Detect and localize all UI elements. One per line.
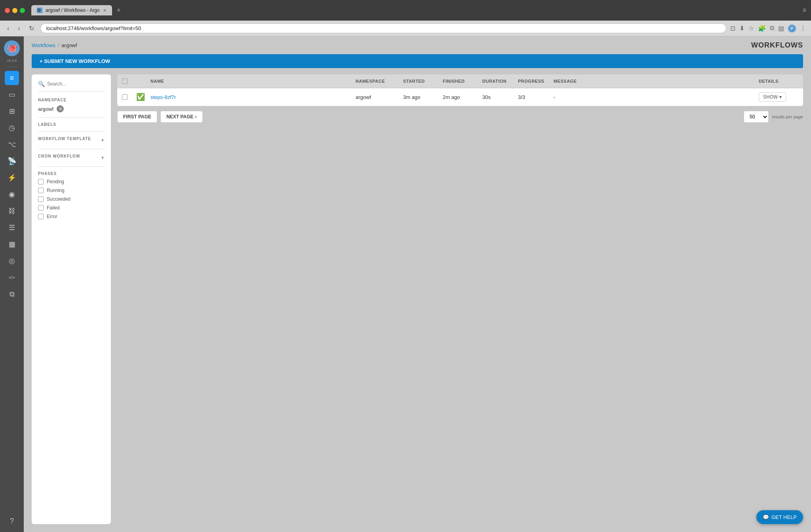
phase-failed[interactable]: Failed — [38, 205, 105, 211]
sidebar-item-flow[interactable]: ⌥ — [5, 137, 19, 152]
phase-running-checkbox[interactable] — [38, 188, 44, 193]
progress-header: PROGRESS — [518, 79, 554, 84]
phase-succeeded-label: Succeeded — [47, 196, 70, 202]
workflow-template-expand-icon[interactable]: ▼ — [101, 138, 105, 142]
profile-icon[interactable]: P — [788, 25, 796, 32]
puzzle-ext-icon[interactable]: ⧉ — [770, 25, 774, 32]
breadcrumb-separator: / — [58, 42, 59, 48]
search-bar: 🔍 — [38, 81, 105, 91]
sidebar-item-archive[interactable]: ⊞ — [5, 104, 19, 118]
finished-header: FINISHED — [443, 79, 482, 84]
close-traffic-light[interactable] — [5, 8, 10, 13]
row-details: SHOW ▾ — [759, 92, 798, 102]
filter-divider-1 — [38, 117, 105, 118]
phase-error-label: Error — [47, 214, 57, 219]
sidebar-item-inbox[interactable]: ▭ — [5, 87, 19, 102]
phase-succeeded-checkbox[interactable] — [38, 196, 44, 202]
sidebar-item-lightning[interactable]: ⚡ — [5, 171, 19, 185]
sidebar-toggle-icon[interactable]: ▤ — [778, 25, 784, 32]
browser-menu-button[interactable]: ≡ — [803, 7, 806, 14]
name-header: NAME — [150, 79, 356, 84]
filter-divider-2 — [38, 131, 105, 132]
filter-divider-3 — [38, 149, 105, 149]
sidebar-item-help[interactable]: ? — [5, 514, 19, 528]
sidebar-item-workflows[interactable]: ≡ — [5, 71, 19, 85]
show-dropdown-icon: ▾ — [779, 94, 782, 100]
row-checkbox[interactable] — [122, 94, 128, 100]
next-page-button[interactable]: NEXT PAGE › — [160, 111, 202, 123]
phase-running[interactable]: Running — [38, 188, 105, 193]
screenshot-icon[interactable]: ⊡ — [730, 25, 735, 32]
pagination-area: FIRST PAGE NEXT PAGE › 50 100 200 result… — [117, 111, 803, 123]
phase-pending-label: Pending — [47, 179, 64, 184]
phase-failed-checkbox[interactable] — [38, 205, 44, 211]
first-page-button[interactable]: FIRST PAGE — [117, 111, 157, 123]
labels-section-title: LABELS — [38, 122, 105, 127]
cron-workflow-section: CRON WORKFLOW ▼ — [38, 154, 105, 162]
row-duration: 30s — [482, 94, 518, 100]
new-tab-button[interactable]: + — [114, 6, 124, 15]
phase-error[interactable]: Error — [38, 214, 105, 219]
bookmark-icon[interactable]: ☆ — [748, 25, 754, 32]
cron-workflow-expand-icon[interactable]: ▼ — [101, 156, 105, 160]
next-page-arrow-icon: › — [195, 114, 197, 120]
active-tab[interactable]: ⚙ argowf / Workflows - Argo ✕ — [31, 5, 112, 15]
sidebar-item-link[interactable]: ⛓ — [5, 204, 19, 218]
show-details-button[interactable]: SHOW ▾ — [759, 92, 786, 102]
status-succeeded-icon: ✅ — [136, 93, 145, 101]
sidebar-item-user[interactable]: ◎ — [5, 254, 19, 268]
phase-error-checkbox[interactable] — [38, 214, 44, 219]
sidebar-item-code[interactable]: </> — [5, 270, 19, 285]
submit-workflow-button[interactable]: + SUBMIT NEW WORKFLOW — [32, 54, 803, 68]
phases-section-title: PHASES — [38, 171, 105, 176]
phase-pending-checkbox[interactable] — [38, 179, 44, 184]
sidebar-item-list[interactable]: ☰ — [5, 220, 19, 235]
main-content: Workflows / argowf WORKFLOWS + SUBMIT NE… — [24, 36, 811, 532]
row-status: ✅ — [136, 93, 150, 101]
reload-button[interactable]: ↻ — [27, 24, 36, 33]
sidebar-item-signal[interactable]: 📡 — [5, 154, 19, 168]
filter-panel: 🔍 NAMESPACE argowf ✕ LABELS WORKFLOW TEM… — [32, 74, 111, 524]
row-started: 3m ago — [403, 94, 443, 100]
get-help-button[interactable]: 💬 GET HELP — [756, 510, 803, 524]
results-per-page-label: results per page — [772, 114, 803, 119]
browser-menu-icon[interactable]: ⋮ — [800, 25, 806, 32]
results-per-page-control: 50 100 200 results per page — [744, 111, 803, 123]
forward-button[interactable]: › — [15, 24, 22, 33]
download-icon[interactable]: ⬇ — [739, 25, 744, 32]
extension-icon[interactable]: 🧩 — [758, 25, 766, 32]
sidebar-item-rss[interactable]: ◉ — [5, 187, 19, 201]
results-per-page-select[interactable]: 50 100 200 — [744, 111, 769, 123]
breadcrumb-current: argowf — [61, 42, 77, 48]
sidebar-divider — [6, 66, 18, 67]
table-row: ✅ steps-8zf7r argowf 3m ago 2m ago 30s 3… — [117, 88, 803, 106]
breadcrumb: Workflows / argowf — [32, 42, 77, 48]
breadcrumb-workflows-link[interactable]: Workflows — [32, 42, 55, 48]
phase-succeeded[interactable]: Succeeded — [38, 196, 105, 202]
tab-close-button[interactable]: ✕ — [103, 8, 107, 13]
phase-running-label: Running — [47, 188, 65, 193]
address-bar: ‹ › ↻ localhost:2746/workflows/argowf?li… — [0, 21, 811, 36]
sidebar-item-puzzle[interactable]: ⧉ — [5, 287, 19, 301]
table-area: NAME NAMESPACE STARTED FINISHED DURATION… — [117, 74, 803, 524]
sidebar-item-clock[interactable]: ◷ — [5, 121, 19, 135]
search-input[interactable] — [47, 81, 105, 87]
row-progress: 3/3 — [518, 94, 554, 100]
back-button[interactable]: ‹ — [5, 24, 11, 33]
pagination-buttons: FIRST PAGE NEXT PAGE › — [117, 111, 203, 123]
workflow-name-link[interactable]: steps-8zf7r — [150, 94, 356, 100]
started-header: STARTED — [403, 79, 443, 84]
workflow-template-section: WORKFLOW TEMPLATE ▼ — [38, 137, 105, 144]
sidebar-item-chart[interactable]: ▦ — [5, 237, 19, 251]
details-header: DETAILS — [759, 79, 798, 84]
select-all-checkbox[interactable] — [122, 78, 128, 84]
minimize-traffic-light[interactable] — [12, 8, 17, 13]
browser-chrome: ⚙ argowf / Workflows - Argo ✕ + ≡ — [0, 0, 811, 21]
phase-pending[interactable]: Pending — [38, 179, 105, 184]
maximize-traffic-light[interactable] — [20, 8, 25, 13]
traffic-lights — [5, 8, 25, 13]
row-namespace: argowf — [356, 94, 403, 100]
namespace-header: NAMESPACE — [356, 79, 403, 84]
clear-namespace-button[interactable]: ✕ — [57, 105, 64, 112]
url-bar[interactable]: localhost:2746/workflows/argowf?limit=50 — [40, 23, 726, 33]
